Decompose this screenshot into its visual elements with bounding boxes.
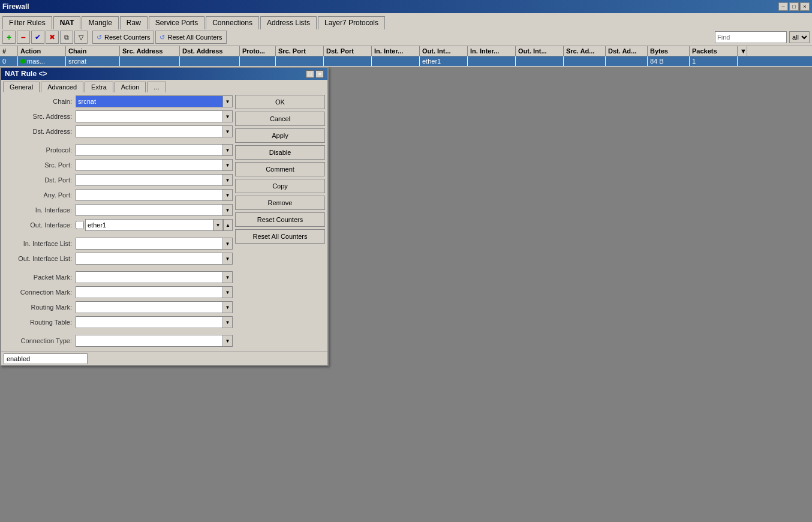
routing-mark-input[interactable] — [76, 301, 223, 313]
dialog-tab-more[interactable]: ... — [147, 82, 166, 92]
col-chain: Chain — [66, 46, 120, 56]
table-area: # Action Chain Src. Address Dst. Address… — [0, 46, 812, 67]
x-icon: ✖ — [49, 33, 55, 41]
any-port-dropdown-btn[interactable]: ▼ — [223, 189, 233, 201]
src-address-input[interactable] — [76, 110, 223, 122]
tab-nat[interactable]: NAT — [53, 16, 81, 29]
routing-mark-dropdown-btn[interactable]: ▼ — [223, 301, 233, 313]
routing-table-dropdown-btn[interactable]: ▼ — [223, 316, 233, 328]
find-scope-select[interactable]: all — [789, 31, 810, 43]
dst-port-input[interactable] — [76, 174, 223, 186]
disable-button[interactable]: Disable — [235, 145, 325, 160]
dst-port-dropdown-btn[interactable]: ▼ — [223, 174, 233, 186]
check-icon: ✔ — [35, 33, 41, 41]
in-interface-list-input[interactable] — [76, 238, 223, 250]
src-port-dropdown-btn[interactable]: ▼ — [223, 159, 233, 171]
dst-address-input[interactable] — [76, 125, 223, 137]
connection-type-input[interactable] — [76, 335, 223, 347]
tab-layer7-protocols[interactable]: Layer7 Protocols — [318, 16, 385, 29]
reset-all-counters-toolbar-button[interactable]: ↺ Reset All Counters — [155, 31, 226, 44]
col-dst-ad: Dst. Ad... — [606, 46, 648, 56]
connection-mark-dropdown-btn[interactable]: ▼ — [223, 286, 233, 298]
copy-button[interactable]: Copy — [235, 179, 325, 193]
protocol-input[interactable] — [76, 144, 223, 156]
in-interface-list-wrapper: ▼ — [76, 238, 233, 250]
dialog-minimize-btn[interactable]: □ — [306, 70, 314, 78]
table-row[interactable]: 0 mas... srcnat ether1 84 B 1 — [0, 56, 812, 67]
cancel-button[interactable]: Cancel — [235, 112, 325, 126]
cell-in-inter2 — [468, 56, 516, 66]
col-out-int2: Out. Int... — [516, 46, 564, 56]
add-button[interactable]: + — [2, 31, 16, 44]
src-port-input[interactable] — [76, 159, 223, 171]
toolbar-right: all — [715, 31, 810, 43]
disable-button[interactable]: ✖ — [46, 31, 59, 44]
dialog-tab-general[interactable]: General — [3, 82, 40, 92]
tab-address-lists[interactable]: Address Lists — [260, 16, 317, 29]
tab-service-ports[interactable]: Service Ports — [149, 16, 204, 29]
out-interface-dropdown-btn[interactable]: ▼ — [213, 219, 223, 231]
col-expand[interactable]: ▼ — [738, 46, 747, 56]
comment-button[interactable]: Comment — [235, 162, 325, 176]
dialog-tab-action[interactable]: Action — [115, 82, 146, 92]
tab-connections[interactable]: Connections — [206, 16, 259, 29]
cell-chain: srcnat — [66, 56, 120, 66]
enable-button[interactable]: ✔ — [31, 31, 44, 44]
connection-mark-input[interactable] — [76, 286, 223, 298]
reset-all-counters-button[interactable]: Reset All Counters — [235, 229, 325, 244]
dialog-status-bar: enabled — [1, 352, 327, 365]
packet-mark-input[interactable] — [76, 271, 223, 283]
out-interface-up-btn[interactable]: ▲ — [223, 219, 233, 231]
maximize-button[interactable]: □ — [789, 2, 799, 11]
out-interface-wrapper: ▼ ▲ — [76, 219, 233, 231]
src-address-dropdown-btn[interactable]: ▼ — [223, 110, 233, 122]
src-address-wrapper: ▼ — [76, 110, 233, 122]
routing-table-input[interactable] — [76, 316, 223, 328]
connection-mark-row: Connection Mark: ▼ — [4, 286, 233, 299]
apply-button[interactable]: Apply — [235, 128, 325, 143]
dialog-tab-advanced[interactable]: Advanced — [41, 82, 83, 92]
chain-input[interactable] — [76, 95, 223, 107]
tab-raw[interactable]: Raw — [120, 16, 148, 29]
out-interface-list-input[interactable] — [76, 253, 223, 265]
remove-button[interactable]: – — [17, 31, 30, 44]
routing-mark-wrapper: ▼ — [76, 301, 233, 313]
remove-button[interactable]: Remove — [235, 196, 325, 210]
out-interface-label: Out. Interface: — [4, 221, 76, 229]
chain-dropdown-btn[interactable]: ▼ — [223, 95, 233, 107]
filter-button[interactable]: ▽ — [74, 31, 88, 44]
out-interface-list-dropdown-btn[interactable]: ▼ — [223, 253, 233, 265]
find-input[interactable] — [715, 31, 787, 43]
in-interface-list-dropdown-btn[interactable]: ▼ — [223, 238, 233, 250]
copy-toolbar-button[interactable]: ⧉ — [60, 31, 73, 44]
in-interface-input[interactable] — [76, 204, 223, 216]
dst-address-dropdown-btn[interactable]: ▼ — [223, 125, 233, 137]
any-port-row: Any. Port: ▼ — [4, 188, 233, 202]
cell-bytes: 84 B — [648, 56, 690, 66]
tab-filter-rules[interactable]: Filter Rules — [2, 16, 52, 29]
reset-counters-toolbar-button[interactable]: ↺ Reset Counters — [92, 31, 154, 44]
tab-mangle[interactable]: Mangle — [82, 16, 118, 29]
ok-button[interactable]: OK — [235, 95, 325, 109]
col-in-inter2: In. Inter... — [468, 46, 516, 56]
dialog-tab-extra[interactable]: Extra — [85, 82, 113, 92]
any-port-input[interactable] — [76, 189, 223, 201]
table-header: # Action Chain Src. Address Dst. Address… — [0, 46, 812, 56]
reset-counters-button[interactable]: Reset Counters — [235, 212, 325, 227]
out-interface-input[interactable] — [85, 219, 213, 231]
reset-all-counters-toolbar-label: Reset All Counters — [167, 34, 222, 41]
cell-proto — [240, 56, 276, 66]
protocol-dropdown-btn[interactable]: ▼ — [223, 144, 233, 156]
routing-table-label: Routing Table: — [4, 319, 76, 326]
dialog-close-btn[interactable]: × — [315, 70, 324, 78]
packet-mark-dropdown-btn[interactable]: ▼ — [223, 271, 233, 283]
close-button[interactable]: × — [800, 2, 810, 11]
minimize-button[interactable]: – — [778, 2, 788, 11]
in-interface-dropdown-btn[interactable]: ▼ — [223, 204, 233, 216]
out-interface-checkbox[interactable] — [76, 221, 84, 229]
dialog-title-controls: □ × — [306, 70, 324, 78]
connection-type-dropdown-btn[interactable]: ▼ — [223, 335, 233, 347]
col-src-port: Src. Port — [276, 46, 324, 56]
nat-rule-dialog: NAT Rule <> □ × General Advanced Extra A… — [0, 67, 329, 366]
protocol-label: Protocol: — [4, 146, 76, 154]
